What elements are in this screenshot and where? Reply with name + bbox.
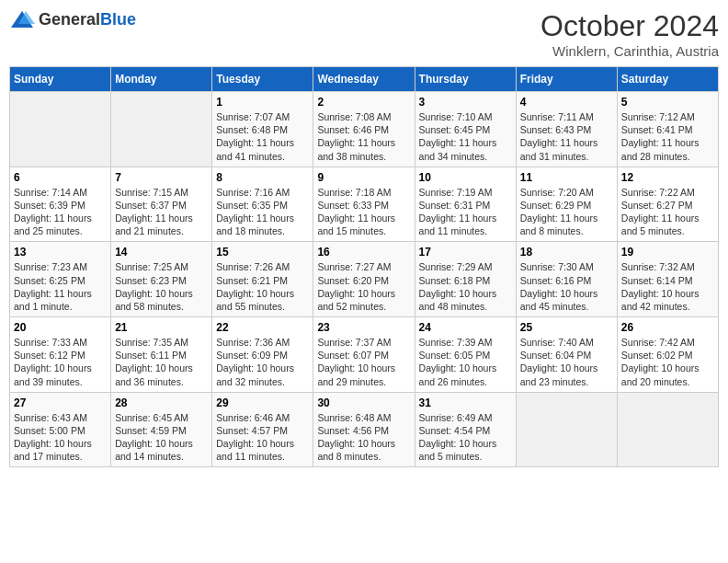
day-info: Sunrise: 7:11 AMSunset: 6:43 PMDaylight:… <box>520 110 613 163</box>
day-info: Sunrise: 7:35 AMSunset: 6:11 PMDaylight:… <box>115 336 208 388</box>
day-info: Sunrise: 7:15 AMSunset: 6:37 PMDaylight:… <box>115 186 208 238</box>
day-number: 21 <box>115 321 208 334</box>
calendar-day-cell: 27Sunrise: 6:43 AMSunset: 5:00 PMDayligh… <box>10 392 111 467</box>
calendar-day-cell <box>111 92 212 167</box>
day-number: 18 <box>520 246 613 259</box>
day-info: Sunrise: 7:25 AMSunset: 6:23 PMDaylight:… <box>115 260 208 313</box>
month-title: October 2024 <box>540 9 719 43</box>
day-number: 2 <box>317 96 410 109</box>
day-info: Sunrise: 7:42 AMSunset: 6:02 PMDaylight:… <box>621 336 714 388</box>
day-number: 14 <box>115 246 208 259</box>
day-number: 10 <box>419 171 512 184</box>
day-info: Sunrise: 7:07 AMSunset: 6:48 PMDaylight:… <box>216 110 309 163</box>
day-info: Sunrise: 7:29 AMSunset: 6:18 PMDaylight:… <box>419 260 512 313</box>
day-number: 8 <box>216 171 309 184</box>
day-number: 29 <box>216 396 309 409</box>
day-number: 4 <box>520 96 613 109</box>
calendar-day-cell: 11Sunrise: 7:20 AMSunset: 6:29 PMDayligh… <box>516 167 617 242</box>
day-info: Sunrise: 7:22 AMSunset: 6:27 PMDaylight:… <box>621 186 714 238</box>
day-number: 13 <box>14 246 107 259</box>
weekday-header: Wednesday <box>313 67 415 92</box>
weekday-header: Friday <box>516 67 617 92</box>
calendar-day-cell: 20Sunrise: 7:33 AMSunset: 6:12 PMDayligh… <box>10 317 111 393</box>
title-area: October 2024 Winklern, Carinthia, Austri… <box>540 9 719 59</box>
calendar-day-cell <box>516 392 617 467</box>
calendar-week-row: 20Sunrise: 7:33 AMSunset: 6:12 PMDayligh… <box>10 317 719 393</box>
calendar-day-cell: 1Sunrise: 7:07 AMSunset: 6:48 PMDaylight… <box>212 92 313 167</box>
day-info: Sunrise: 7:40 AMSunset: 6:04 PMDaylight:… <box>520 336 613 388</box>
day-info: Sunrise: 7:39 AMSunset: 6:05 PMDaylight:… <box>419 336 512 388</box>
day-number: 22 <box>216 321 309 334</box>
calendar-day-cell: 29Sunrise: 6:46 AMSunset: 4:57 PMDayligh… <box>212 392 313 467</box>
day-info: Sunrise: 6:45 AMSunset: 4:59 PMDaylight:… <box>115 411 208 464</box>
day-info: Sunrise: 7:12 AMSunset: 6:41 PMDaylight:… <box>621 110 714 163</box>
calendar-day-cell <box>617 392 718 467</box>
day-info: Sunrise: 7:23 AMSunset: 6:25 PMDaylight:… <box>14 260 107 313</box>
day-number: 16 <box>317 246 410 259</box>
calendar-day-cell: 2Sunrise: 7:08 AMSunset: 6:46 PMDaylight… <box>313 92 415 167</box>
calendar-day-cell: 8Sunrise: 7:16 AMSunset: 6:35 PMDaylight… <box>212 167 313 242</box>
day-info: Sunrise: 7:14 AMSunset: 6:39 PMDaylight:… <box>14 186 107 238</box>
day-number: 20 <box>14 321 107 334</box>
calendar-day-cell: 23Sunrise: 7:37 AMSunset: 6:07 PMDayligh… <box>313 317 415 393</box>
calendar-day-cell: 18Sunrise: 7:30 AMSunset: 6:16 PMDayligh… <box>516 242 617 317</box>
day-info: Sunrise: 7:30 AMSunset: 6:16 PMDaylight:… <box>520 260 613 313</box>
day-number: 11 <box>520 171 613 184</box>
logo-blue: Blue <box>100 10 136 29</box>
location-subtitle: Winklern, Carinthia, Austria <box>540 43 719 59</box>
day-info: Sunrise: 6:46 AMSunset: 4:57 PMDaylight:… <box>216 411 309 464</box>
calendar-day-cell: 26Sunrise: 7:42 AMSunset: 6:02 PMDayligh… <box>617 317 718 393</box>
day-info: Sunrise: 7:37 AMSunset: 6:07 PMDaylight:… <box>317 336 410 388</box>
day-number: 7 <box>115 171 208 184</box>
calendar-day-cell: 22Sunrise: 7:36 AMSunset: 6:09 PMDayligh… <box>212 317 313 393</box>
weekday-header-row: SundayMondayTuesdayWednesdayThursdayFrid… <box>10 67 719 92</box>
weekday-header: Thursday <box>415 67 516 92</box>
day-info: Sunrise: 6:43 AMSunset: 5:00 PMDaylight:… <box>14 411 107 464</box>
day-info: Sunrise: 7:19 AMSunset: 6:31 PMDaylight:… <box>419 186 512 238</box>
page-header: GeneralBlue October 2024 Winklern, Carin… <box>9 9 719 59</box>
calendar-day-cell: 9Sunrise: 7:18 AMSunset: 6:33 PMDaylight… <box>313 167 415 242</box>
calendar-day-cell: 25Sunrise: 7:40 AMSunset: 6:04 PMDayligh… <box>516 317 617 393</box>
calendar-day-cell: 21Sunrise: 7:35 AMSunset: 6:11 PMDayligh… <box>111 317 212 393</box>
day-info: Sunrise: 7:33 AMSunset: 6:12 PMDaylight:… <box>14 336 107 388</box>
day-number: 1 <box>216 96 309 109</box>
calendar-day-cell: 10Sunrise: 7:19 AMSunset: 6:31 PMDayligh… <box>415 167 516 242</box>
calendar-week-row: 27Sunrise: 6:43 AMSunset: 5:00 PMDayligh… <box>10 392 719 467</box>
calendar-day-cell: 15Sunrise: 7:26 AMSunset: 6:21 PMDayligh… <box>212 242 313 317</box>
day-info: Sunrise: 7:08 AMSunset: 6:46 PMDaylight:… <box>317 110 410 163</box>
day-number: 23 <box>317 321 410 334</box>
calendar-day-cell: 31Sunrise: 6:49 AMSunset: 4:54 PMDayligh… <box>415 392 516 467</box>
day-number: 27 <box>14 396 107 409</box>
day-number: 19 <box>621 246 714 259</box>
calendar-day-cell: 5Sunrise: 7:12 AMSunset: 6:41 PMDaylight… <box>617 92 718 167</box>
day-number: 5 <box>621 96 714 109</box>
day-number: 12 <box>621 171 714 184</box>
day-number: 26 <box>621 321 714 334</box>
weekday-header: Tuesday <box>212 67 313 92</box>
calendar-week-row: 13Sunrise: 7:23 AMSunset: 6:25 PMDayligh… <box>10 242 719 317</box>
calendar-week-row: 6Sunrise: 7:14 AMSunset: 6:39 PMDaylight… <box>10 167 719 242</box>
day-info: Sunrise: 7:26 AMSunset: 6:21 PMDaylight:… <box>216 260 309 313</box>
day-info: Sunrise: 7:10 AMSunset: 6:45 PMDaylight:… <box>419 110 512 163</box>
calendar-day-cell <box>10 92 111 167</box>
calendar-table: SundayMondayTuesdayWednesdayThursdayFrid… <box>9 66 719 467</box>
day-info: Sunrise: 7:36 AMSunset: 6:09 PMDaylight:… <box>216 336 309 388</box>
logo-text: GeneralBlue <box>39 10 136 29</box>
day-info: Sunrise: 7:32 AMSunset: 6:14 PMDaylight:… <box>621 260 714 313</box>
day-number: 6 <box>14 171 107 184</box>
calendar-week-row: 1Sunrise: 7:07 AMSunset: 6:48 PMDaylight… <box>10 92 719 167</box>
weekday-header: Saturday <box>617 67 718 92</box>
calendar-day-cell: 6Sunrise: 7:14 AMSunset: 6:39 PMDaylight… <box>10 167 111 242</box>
day-number: 28 <box>115 396 208 409</box>
calendar-day-cell: 19Sunrise: 7:32 AMSunset: 6:14 PMDayligh… <box>617 242 718 317</box>
calendar-day-cell: 30Sunrise: 6:48 AMSunset: 4:56 PMDayligh… <box>313 392 415 467</box>
calendar-day-cell: 13Sunrise: 7:23 AMSunset: 6:25 PMDayligh… <box>10 242 111 317</box>
weekday-header: Monday <box>111 67 212 92</box>
day-info: Sunrise: 6:49 AMSunset: 4:54 PMDaylight:… <box>419 411 512 464</box>
calendar-day-cell: 3Sunrise: 7:10 AMSunset: 6:45 PMDaylight… <box>415 92 516 167</box>
day-info: Sunrise: 6:48 AMSunset: 4:56 PMDaylight:… <box>317 411 410 464</box>
day-info: Sunrise: 7:27 AMSunset: 6:20 PMDaylight:… <box>317 260 410 313</box>
day-number: 15 <box>216 246 309 259</box>
calendar-day-cell: 4Sunrise: 7:11 AMSunset: 6:43 PMDaylight… <box>516 92 617 167</box>
calendar-day-cell: 14Sunrise: 7:25 AMSunset: 6:23 PMDayligh… <box>111 242 212 317</box>
